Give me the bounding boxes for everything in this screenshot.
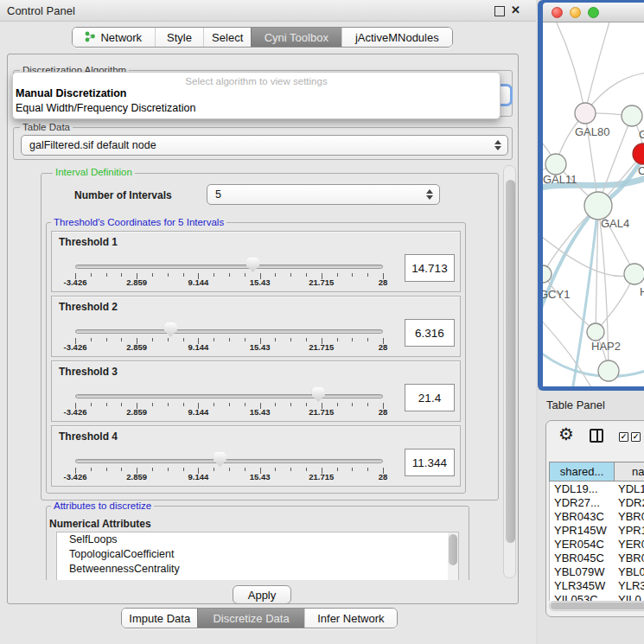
network-node-GAL4[interactable] bbox=[584, 192, 612, 220]
table-cell: YLR345W bbox=[550, 579, 615, 592]
dropdown-prompt-item[interactable]: Select algorithm to view settings bbox=[13, 73, 500, 86]
network-node-label: HAP2 bbox=[591, 340, 621, 353]
settings-scrollpane: Interval Definition Number of Intervals … bbox=[13, 163, 518, 580]
table-row[interactable]: YLR345WYLR3 bbox=[550, 578, 644, 592]
select-all-checkbox-icon[interactable]: ✓ bbox=[619, 432, 628, 442]
table-horizontal-scrollbar-thumb[interactable] bbox=[551, 603, 644, 609]
close-icon[interactable]: ✕ bbox=[511, 3, 520, 16]
slider-thumb[interactable] bbox=[246, 258, 259, 272]
table-row[interactable]: YIL053CYIL0 bbox=[550, 592, 644, 601]
slider-tick bbox=[337, 273, 338, 277]
network-window-titlebar[interactable] bbox=[543, 3, 644, 22]
network-edge[interactable] bbox=[585, 22, 610, 113]
tab-impute-data[interactable]: Impute Data bbox=[122, 609, 197, 628]
threshold-value-field[interactable]: 21.4 bbox=[405, 384, 455, 411]
thresholds-group-label: Threshold's Coordinates for 5 Intervals bbox=[51, 217, 226, 227]
table-row[interactable]: YBR043CYBR0 bbox=[550, 509, 644, 523]
select-all-checkbox-icon[interactable]: ✓ bbox=[631, 432, 641, 442]
slider-tick bbox=[214, 468, 214, 471]
tab-network[interactable]: Network bbox=[73, 28, 155, 47]
window-zoom-button[interactable] bbox=[588, 7, 599, 18]
number-of-intervals-label: Number of Intervals bbox=[74, 189, 172, 201]
table-data-groupbox: galFiltered.sif default node bbox=[13, 127, 513, 160]
numerical-attributes-list[interactable]: SelfLoopsTopologicalCoefficientBetweenne… bbox=[56, 532, 459, 580]
slider-tick bbox=[245, 403, 245, 406]
slider-tick-label: 28 bbox=[379, 277, 388, 287]
tab-infer-network[interactable]: Infer Network bbox=[304, 609, 397, 628]
attributes-list-scrollbar-thumb[interactable] bbox=[449, 534, 457, 565]
tab-label: Style bbox=[167, 31, 192, 44]
network-node-GAL80[interactable] bbox=[575, 103, 596, 124]
slider-tick bbox=[306, 403, 307, 406]
slider-tick bbox=[245, 273, 245, 277]
settings-vertical-scrollbar[interactable] bbox=[503, 165, 516, 578]
slider-tick bbox=[229, 273, 230, 277]
tab-cyni-toolbox[interactable]: Cyni Toolbox bbox=[251, 28, 341, 47]
slider-tick bbox=[337, 338, 338, 341]
window-minimize-button[interactable] bbox=[570, 7, 581, 18]
slider-thumb[interactable] bbox=[164, 322, 177, 337]
column-layout-icon[interactable] bbox=[590, 429, 603, 443]
slider-tick bbox=[121, 403, 122, 406]
table-row[interactable]: YDL19...YDL1 bbox=[550, 481, 644, 495]
dropdown-options: Manual DiscretizationEqual Width/Frequen… bbox=[13, 86, 500, 116]
table-data-combobox-value: galFiltered.sif default node bbox=[29, 139, 156, 151]
tab-discretize-data[interactable]: Discretize Data bbox=[197, 609, 303, 628]
slider-thumb[interactable] bbox=[312, 387, 325, 402]
table-row[interactable]: YBL079WYBL0 bbox=[550, 564, 644, 578]
table-cell: YBR045C bbox=[550, 552, 615, 564]
number-of-intervals-combobox[interactable]: 5 bbox=[207, 184, 440, 205]
table-row[interactable]: YDR27...YDR2 bbox=[550, 495, 644, 509]
slider-tick bbox=[214, 403, 214, 406]
threshold-value-field[interactable]: 14.713 bbox=[405, 254, 455, 282]
network-canvas[interactable]: GAL80GACGAL11GAL4GCY1HHAP2 bbox=[543, 22, 644, 386]
attribute-list-item[interactable]: SelfLoops bbox=[57, 532, 458, 547]
dropdown-option[interactable]: Equal Width/Frequency Discretization bbox=[13, 101, 500, 116]
slider-track[interactable] bbox=[75, 394, 383, 399]
network-node-H[interactable] bbox=[624, 264, 644, 284]
slider-track[interactable] bbox=[75, 329, 383, 334]
slider-tick bbox=[91, 403, 92, 406]
attribute-list-item[interactable]: BetweennessCentrality bbox=[57, 562, 458, 577]
slider-thumb[interactable] bbox=[214, 452, 226, 467]
dropdown-option[interactable]: Manual Discretization bbox=[13, 86, 500, 101]
network-node-GAL11[interactable] bbox=[545, 154, 566, 175]
network-node-node-bottom[interactable] bbox=[598, 360, 619, 381]
settings-vertical-scrollbar-thumb[interactable] bbox=[506, 180, 515, 543]
threshold-value-field[interactable]: 11.344 bbox=[405, 449, 455, 476]
table-data-combobox[interactable]: galFiltered.sif default node bbox=[21, 135, 508, 156]
apply-button[interactable]: Apply bbox=[233, 585, 291, 604]
table-row[interactable]: YBR045CYBR0 bbox=[550, 551, 644, 564]
network-node-red-node[interactable] bbox=[633, 143, 644, 164]
table-cell: YDL1 bbox=[615, 482, 644, 495]
cyni-toolbox-panel: Discretization Algorithm Select algorith… bbox=[7, 54, 519, 604]
network-node-label: GAL11 bbox=[543, 173, 577, 186]
table-column-header[interactable]: na bbox=[615, 462, 644, 481]
network-node-GCY1[interactable] bbox=[543, 265, 552, 283]
table-row[interactable]: YPR145WYPR1 bbox=[550, 523, 644, 537]
table-column-header[interactable]: shared... bbox=[549, 462, 615, 481]
attributes-list-scrollbar[interactable] bbox=[448, 532, 458, 580]
slider-track[interactable] bbox=[75, 265, 383, 269]
table-cell: YBL0 bbox=[615, 565, 644, 578]
gear-icon[interactable]: ⚙ bbox=[558, 425, 574, 443]
window-close-button[interactable] bbox=[552, 7, 563, 18]
network-node-HAP2[interactable] bbox=[587, 323, 604, 341]
tab-jactivemnodules[interactable]: jActiveMNodules bbox=[341, 28, 452, 47]
table-cell: YIL0 bbox=[615, 593, 644, 602]
tab-select[interactable]: Select bbox=[203, 28, 251, 47]
slider-tick-label: 15.43 bbox=[250, 472, 271, 481]
slider-tick-label: 21.715 bbox=[309, 472, 334, 481]
tab-label: jActiveMNodules bbox=[355, 31, 439, 44]
float-window-icon[interactable] bbox=[494, 6, 505, 16]
table-data-group-label: Table Data bbox=[20, 122, 73, 132]
slider-track[interactable] bbox=[75, 459, 383, 463]
network-edge[interactable] bbox=[555, 22, 585, 113]
network-node-node-top-right[interactable] bbox=[622, 105, 642, 126]
attribute-list-item[interactable]: TopologicalCoefficient bbox=[57, 547, 458, 562]
threshold-value-field[interactable]: 6.316 bbox=[405, 319, 455, 347]
table-horizontal-scrollbar[interactable] bbox=[549, 601, 644, 611]
table-row[interactable]: YER054CYER0 bbox=[550, 537, 644, 551]
threshold-label: Threshold 3 bbox=[59, 366, 118, 378]
tab-style[interactable]: Style bbox=[155, 28, 204, 47]
